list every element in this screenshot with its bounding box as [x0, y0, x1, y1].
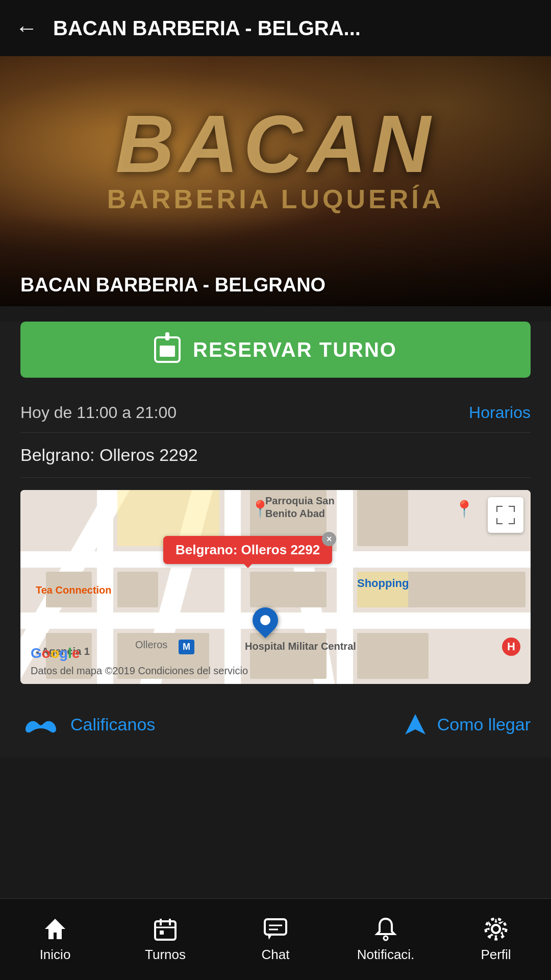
directions-icon — [403, 712, 428, 737]
mustache-icon — [20, 714, 61, 734]
hospital-icon: H — [502, 638, 520, 656]
svg-rect-2 — [155, 921, 176, 940]
main-map-pin — [253, 607, 278, 633]
nav-item-perfil[interactable]: Perfil — [441, 899, 551, 980]
calendar-nav-icon — [153, 916, 178, 942]
map-label-benito: Benito Abad — [265, 508, 325, 520]
map-label-hospital: Hospital Militar Central — [245, 641, 356, 652]
nav-label-notificaciones: Notificaci. — [357, 947, 415, 963]
calendar-icon — [154, 336, 181, 363]
reserve-button[interactable]: RESERVAR TURNO — [20, 322, 531, 378]
horarios-link[interactable]: Horarios — [469, 403, 531, 422]
map-credits: Datos del mapa ©2019 Condiciones del ser… — [31, 665, 248, 677]
page-title: BACAN BARBERIA - BELGRA... — [53, 17, 536, 40]
nav-label-inicio: Inicio — [40, 947, 71, 963]
hours-row: Hoy de 11:00 a 21:00 Horarios — [20, 393, 531, 433]
bell-icon — [373, 916, 398, 942]
directions-link[interactable]: Como llegar — [403, 712, 531, 737]
svg-rect-6 — [160, 930, 164, 935]
nav-label-chat: Chat — [262, 947, 290, 963]
map-label-shopping: Shopping — [357, 577, 409, 590]
bottom-navigation: Inicio Turnos Chat Notificaci. — [0, 898, 551, 980]
hero-image: BACAN BARBERIA LUQUERÍA BACAN BARBERIA -… — [0, 56, 551, 306]
header: ← BACAN BARBERIA - BELGRA... — [0, 0, 551, 56]
map-label-tea: Tea Connection — [36, 584, 112, 596]
svg-marker-1 — [45, 919, 65, 939]
map-expand-button[interactable] — [488, 497, 523, 533]
nav-item-turnos[interactable]: Turnos — [110, 899, 220, 980]
svg-rect-7 — [265, 919, 286, 935]
map-label-parroquia: Parroquia San — [265, 495, 335, 507]
map-tooltip: Belgrano: Olleros 2292 × — [163, 536, 332, 564]
metro-icon: M — [179, 640, 194, 654]
nav-item-inicio[interactable]: Inicio — [0, 899, 110, 980]
hours-text: Hoy de 11:00 a 21:00 — [20, 403, 177, 422]
bottom-actions: Calificanos Como llegar — [20, 696, 531, 757]
map-tooltip-text: Belgrano: Olleros 2292 — [176, 542, 320, 557]
svg-marker-0 — [405, 714, 425, 734]
home-icon — [42, 916, 68, 942]
svg-point-13 — [492, 925, 500, 933]
map-street-olleros: Olleros — [135, 639, 167, 651]
chat-icon — [263, 916, 288, 942]
back-button[interactable]: ← — [15, 15, 38, 41]
tooltip-close-button[interactable]: × — [322, 532, 336, 546]
nav-label-perfil: Perfil — [481, 947, 511, 963]
content-area: RESERVAR TURNO Hoy de 11:00 a 21:00 Hora… — [0, 322, 551, 757]
gear-icon — [483, 916, 509, 942]
nav-label-turnos: Turnos — [145, 947, 186, 963]
location-pin-2: 📍 — [250, 499, 270, 519]
google-logo: Google — [31, 645, 80, 662]
svg-point-11 — [384, 936, 388, 940]
rate-label: Calificanos — [70, 715, 155, 734]
hero-label: BACAN BARBERIA - BELGRANO — [20, 274, 325, 296]
reserve-button-label: RESERVAR TURNO — [193, 338, 397, 361]
map-container[interactable]: Tea Connection - Agencia 1 Parroquia San… — [20, 490, 531, 684]
rate-link[interactable]: Calificanos — [20, 714, 155, 734]
nav-item-chat[interactable]: Chat — [220, 899, 331, 980]
expand-icon — [496, 506, 515, 524]
hero-big-text: BACAN — [0, 97, 551, 191]
directions-label: Como llegar — [437, 715, 531, 734]
address-text: Belgrano: Olleros 2292 — [20, 445, 198, 464]
location-pin-1: 📍 — [454, 499, 474, 519]
nav-item-notificaciones[interactable]: Notificaci. — [331, 899, 441, 980]
svg-marker-10 — [268, 935, 272, 940]
hero-sub-text: BARBERIA LUQUERÍA — [0, 184, 551, 214]
address-row: Belgrano: Olleros 2292 — [20, 433, 531, 478]
